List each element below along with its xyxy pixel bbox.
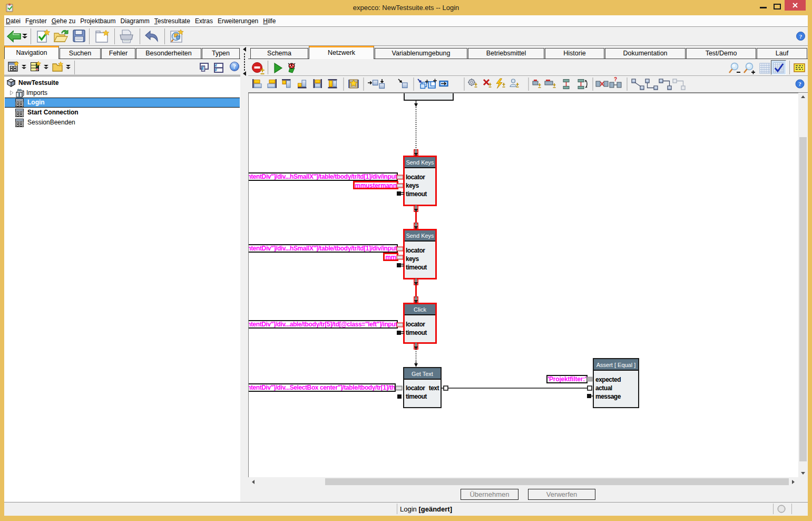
svg-text:?: ?	[614, 76, 617, 82]
svg-text:?: ?	[233, 63, 236, 70]
svg-text:?: ?	[798, 81, 801, 87]
svg-text:?: ?	[799, 33, 803, 40]
